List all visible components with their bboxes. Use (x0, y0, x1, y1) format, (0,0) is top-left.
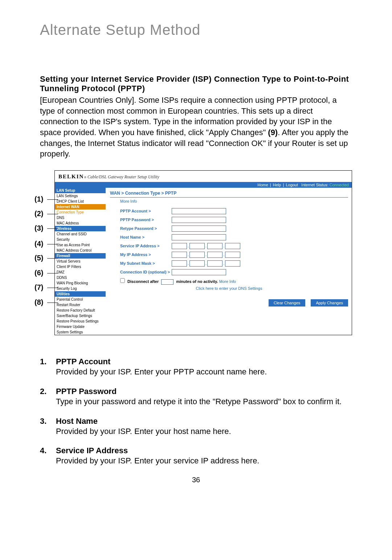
label-retype: Retype Password > (110, 226, 172, 231)
input-connid[interactable] (172, 269, 226, 275)
sidebar-header-utilities: Utilities (55, 291, 106, 297)
input-service-1[interactable] (172, 243, 187, 249)
nav-home[interactable]: Home (257, 183, 268, 187)
sidebar-header-wan: Internet WAN (55, 204, 106, 210)
input-host[interactable] (172, 234, 226, 240)
sidebar-item-parental[interactable]: Parental Control (55, 297, 106, 302)
ip-subnet: . . . (172, 260, 240, 267)
breadcrumb: WAN > Connection Type > PPTP (110, 191, 348, 196)
list-title-4: Service IP Address (56, 446, 128, 455)
sidebar-item-restore-default[interactable]: Restore Factory Default (55, 308, 106, 313)
section-heading: Setting your Internet Service Provider (… (40, 74, 352, 93)
callout-7: (7) (34, 283, 43, 292)
list-desc-3: Provided by your ISP. Enter your host na… (56, 426, 352, 437)
input-service-3[interactable] (207, 243, 222, 249)
callout-1: (1) (34, 195, 43, 203)
sidebar-item-restart[interactable]: Restart Router (55, 302, 106, 308)
sidebar-item-vs[interactable]: Virtual Servers (55, 259, 106, 264)
input-account[interactable] (172, 208, 226, 214)
sidebar-item-firmware[interactable]: Firmware Update (55, 324, 106, 329)
list-desc-2: Type in your password and retype it into… (56, 396, 352, 407)
disconnect-label-b: minutes of no activity. (176, 279, 218, 284)
sidebar-header-wireless: Wireless (55, 226, 106, 231)
list-num-1: 1. (40, 357, 56, 366)
input-myip-3[interactable] (207, 252, 222, 258)
callout-3: (3) (34, 224, 43, 232)
list-num-4: 4. (40, 446, 56, 455)
sidebar-item-channel[interactable]: Channel and SSID (55, 231, 106, 237)
dns-settings-link[interactable]: Click here to enter your DNS Settings (110, 286, 348, 291)
input-subnet-2[interactable] (189, 260, 205, 267)
list-desc-1: Provided by your ISP. Enter your PPTP ac… (56, 366, 352, 377)
label-password: PPTP Password > (110, 218, 172, 222)
clear-changes-button[interactable]: Clear Changes (269, 299, 305, 307)
disconnect-label-a: Disconnect after (127, 279, 159, 284)
sidebar-header-firewall: Firewall (55, 253, 106, 259)
ip-service: . . . (172, 243, 240, 249)
label-account: PPTP Account > (110, 209, 172, 213)
sidebar-item-dhcp[interactable]: DHCP Client List (55, 199, 106, 204)
callout-2: (2) (34, 210, 43, 218)
page-number: 36 (40, 476, 352, 484)
sidebar-item-ipfilters[interactable]: Client IP Filters (55, 264, 106, 269)
list-title-3: Host Name (56, 417, 98, 426)
sidebar-item-system[interactable]: System Settings (55, 329, 106, 335)
list-num-3: 3. (40, 417, 56, 426)
input-subnet-3[interactable] (207, 260, 222, 267)
list-title-2: PPTP Password (56, 387, 117, 396)
sidebar-item-dmz[interactable]: DMZ (55, 269, 106, 275)
callout-8: (8) (34, 298, 43, 307)
nav-logout[interactable]: Logout (286, 183, 298, 187)
sidebar-header-lan: LAN Setup (55, 188, 106, 193)
router-navbar: Home | Help | Logout Internet Status: Co… (55, 182, 352, 188)
sidebar-item-restore-prev[interactable]: Restore Previous Settings (55, 318, 106, 324)
sidebar-item-security[interactable]: Security (55, 237, 106, 242)
label-host: Host Name > (110, 235, 172, 239)
brand: BELKIN (58, 174, 84, 179)
brand-tagline: Cable/DSL Gateway Router Setup Utility (87, 174, 159, 179)
sidebar-item-mac[interactable]: MAC Address (55, 220, 106, 226)
numbered-list: 1.PPTP Account Provided by your ISP. Ent… (40, 357, 352, 466)
input-subnet-1[interactable] (172, 260, 187, 267)
apply-changes-button[interactable]: Apply Changes (311, 299, 348, 307)
input-myip-2[interactable] (189, 252, 205, 258)
input-service-2[interactable] (189, 243, 205, 249)
input-password[interactable] (172, 217, 226, 223)
disconnect-moreinfo[interactable]: More Info (219, 279, 236, 284)
input-service-4[interactable] (225, 243, 240, 249)
sidebar-item-dns[interactable]: DNS (55, 215, 106, 220)
router-ui: BELKIN® Cable/DSL Gateway Router Setup U… (54, 170, 352, 335)
page-title: Alternate Setup Method (40, 22, 352, 38)
ip-myip: . . . (172, 252, 240, 258)
nav-help[interactable]: Help (273, 183, 281, 187)
sidebar-item-ap[interactable]: Use as Access Point (55, 242, 106, 248)
input-myip-1[interactable] (172, 252, 187, 258)
list-title-1: PPTP Account (56, 357, 110, 366)
label-myip: My IP Address > (110, 252, 172, 257)
more-info-link[interactable]: More Info (120, 199, 348, 203)
callout-6: (6) (34, 269, 43, 277)
disconnect-row: Disconnect after minutes of no activity.… (110, 278, 348, 285)
sidebar: LAN Setup LAN Settings DHCP Client List … (55, 188, 106, 335)
sidebar-item-ddns[interactable]: DDNS (55, 275, 106, 280)
callout-5: (5) (34, 254, 43, 262)
main-panel: WAN > Connection Type > PPTP More Info P… (106, 188, 352, 335)
sidebar-item-save-backup[interactable]: Save/Backup Settings (55, 313, 106, 318)
list-num-2: 2. (40, 387, 56, 396)
intro-paragraph: [European Countries Only]. Some ISPs req… (40, 95, 352, 159)
callout-nine: (9) (268, 128, 278, 137)
list-desc-4: Provided by your ISP. Enter your service… (56, 455, 352, 466)
sidebar-item-wanping[interactable]: WAN Ping Blocking (55, 280, 106, 286)
input-myip-4[interactable] (225, 252, 240, 258)
input-subnet-4[interactable] (225, 260, 240, 267)
sidebar-item-lan-settings[interactable]: LAN Settings (55, 193, 106, 199)
sidebar-item-macctrl[interactable]: MAC Address Control (55, 248, 106, 253)
label-connid: Connection ID (optional) > (110, 270, 172, 274)
input-minutes[interactable] (161, 279, 173, 285)
checkbox-disconnect[interactable] (120, 278, 125, 283)
router-header: BELKIN® Cable/DSL Gateway Router Setup U… (55, 171, 352, 182)
sidebar-item-seclog[interactable]: Security Log (55, 286, 106, 291)
status-label: Internet Status: (301, 183, 328, 187)
input-retype[interactable] (172, 226, 226, 232)
sidebar-item-conntype[interactable]: Connection Type (55, 210, 106, 215)
